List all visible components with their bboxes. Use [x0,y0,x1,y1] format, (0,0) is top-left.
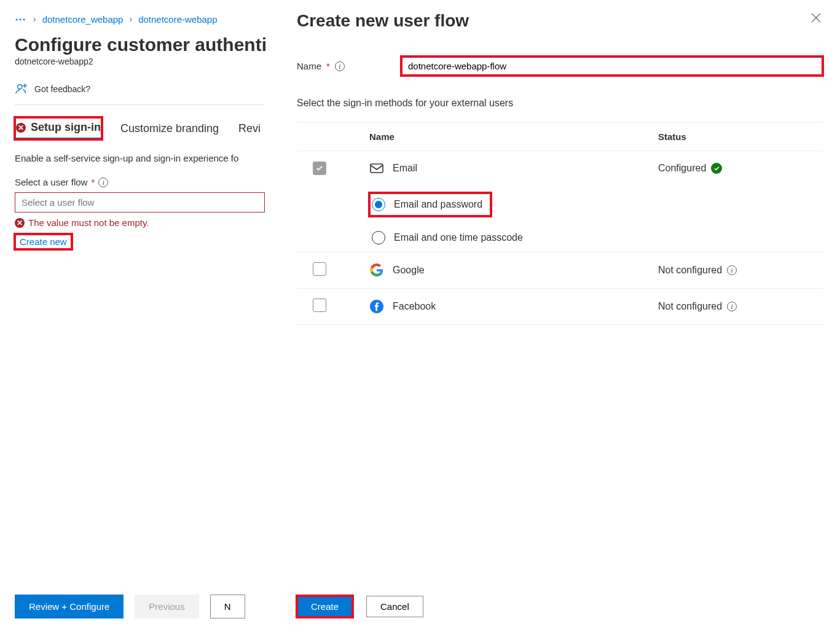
tab-setup-sign-in[interactable]: ✕ Setup sign-in [15,117,102,139]
create-button[interactable]: Create [297,596,353,617]
review-configure-button[interactable]: Review + Configure [15,595,124,618]
facebook-icon [369,299,384,314]
email-password-label: Email and password [394,199,482,210]
chevron-right-icon: › [129,14,132,24]
signin-method-email: Email Configured [297,150,823,185]
facebook-status: Not configured [658,301,722,312]
panel-title: Create new user flow [297,11,469,31]
chevron-right-icon: › [33,14,36,24]
name-field-label: Name * i [297,61,395,71]
facebook-label: Facebook [393,301,436,312]
email-status: Configured [658,163,706,174]
col-name: Name [369,131,658,142]
email-icon [369,161,384,176]
close-icon[interactable] [809,11,823,25]
feedback-icon [15,82,28,96]
signin-method-google: Google Not configured i [297,252,823,288]
error-text: The value must not be empty. [28,217,149,228]
validation-error: ✕ The value must not be empty. [15,217,265,228]
panel-footer: Create Cancel [297,581,823,632]
cancel-button[interactable]: Cancel [366,596,423,617]
email-label: Email [393,163,417,174]
instruction-text: Select the sign-in methods for your exte… [297,98,823,109]
signin-method-email-otp: Email and one time passcode [297,224,823,252]
signin-method-facebook: Facebook Not configured i [297,288,823,325]
select-user-flow-label: Select a user flow * i [15,177,108,187]
grid-header: Name Status [297,123,823,150]
select-user-flow-dropdown[interactable]: Select a user flow [15,192,265,213]
breadcrumb-item-2[interactable]: dotnetcore-webapp [138,14,217,25]
tab-customize-branding[interactable]: Customize branding [119,119,220,139]
feedback-label: Got feedback? [34,84,90,94]
col-status: Status [658,131,818,142]
info-icon[interactable]: i [727,302,737,311]
breadcrumb: ⋯ › dotnetcore_webapp › dotnetcore-webap… [15,12,265,26]
create-user-flow-panel: Create new user flow Name * i Select the… [280,0,840,632]
tab-setup-label: Setup sign-in [31,121,101,134]
checkbox-facebook[interactable] [313,298,326,312]
name-input[interactable] [401,57,823,76]
tab-review[interactable]: Revi [237,119,262,139]
tabs: ✕ Setup sign-in Customize branding Revi [15,117,265,139]
footer-buttons: Review + Configure Previous N [15,595,245,618]
page-subtitle: dotnetcore-webapp2 [15,57,265,66]
create-new-link[interactable]: Create new [15,234,72,249]
breadcrumb-item-1[interactable]: dotnetcore_webapp [42,14,124,25]
breadcrumb-ellipsis[interactable]: ⋯ [15,12,27,26]
previous-button: Previous [135,595,198,618]
google-icon [369,263,384,278]
google-label: Google [393,265,425,276]
next-button[interactable]: N [210,595,245,618]
check-icon [711,163,722,174]
signin-method-email-password: Email and password [297,185,823,224]
svg-rect-1 [371,164,383,173]
feedback-link[interactable]: Got feedback? [15,79,265,105]
google-status: Not configured [658,265,722,276]
info-icon[interactable]: i [335,61,345,71]
checkbox-email[interactable] [313,162,326,175]
section-description: Enable a self-service sign-up and sign-i… [15,153,265,163]
svg-point-0 [18,85,22,89]
info-icon[interactable]: i [98,178,108,187]
radio-email-password[interactable] [372,198,385,211]
info-icon[interactable]: i [727,265,737,275]
checkbox-google[interactable] [313,262,326,276]
page-title: Configure customer authenti [15,34,265,55]
email-otp-label: Email and one time passcode [394,232,523,243]
error-icon: ✕ [16,123,26,133]
radio-email-otp[interactable] [372,231,385,244]
error-icon: ✕ [15,218,25,228]
